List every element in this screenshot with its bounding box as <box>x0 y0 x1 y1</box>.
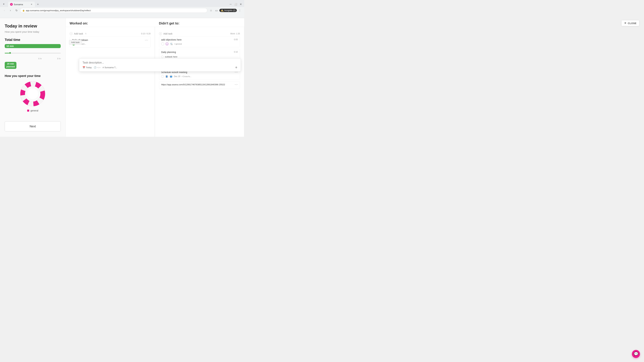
kickoff-date: Dec 20 <box>174 75 180 78</box>
worked-on-add-row[interactable]: + Add task A 0:10 / 0:20 <box>70 31 150 36</box>
task-channel-tag[interactable]: # Sunsama T... <box>103 66 117 69</box>
reload-btn[interactable]: ↻ <box>14 8 19 13</box>
objectives-card: add objectives here 0:05 🔍 general <box>159 36 240 47</box>
time-label-8hr: 8 hr <box>57 57 61 60</box>
clock-icon: 🕐 <box>94 66 96 69</box>
time-badge: 10 min <box>5 44 61 48</box>
subtask-1-check[interactable] <box>161 56 164 58</box>
sidebar-title: Today in review <box>5 23 61 29</box>
address-bar: ‹ › ↻ 🔒 app.sunsama.com/group/moodjoy_wo… <box>0 7 244 14</box>
didnt-get-to-header: Didn't get to: <box>159 21 240 25</box>
task-date-tag[interactable]: 📅 Today <box>82 66 92 69</box>
url-bar[interactable]: 🔒 app.sunsama.com/group/moodjoy_workspac… <box>20 8 207 13</box>
task-channel-label: Sunsama T... <box>104 66 117 69</box>
add-task-top-btn[interactable]: Add task <box>69 40 82 45</box>
time-bar-container <box>5 49 61 56</box>
incognito-badge: 🕵 Incognito (2) <box>219 9 237 12</box>
forward-btn[interactable]: › <box>8 8 13 13</box>
maximize-btn[interactable]: ⬜ <box>234 2 238 6</box>
daily-planning-title: Daily planning <box>161 51 234 53</box>
tab-bar: ▾ S Sunsama ✕ + ─ ⬜ ✕ <box>0 0 244 7</box>
minimize-btn[interactable]: ─ <box>228 2 233 6</box>
legend-label: general <box>30 109 38 112</box>
add-task-inline-label: Add task <box>74 32 83 35</box>
kickoff-group[interactable]: 👥 <box>170 75 172 78</box>
donut-legend: general <box>27 109 38 112</box>
planned-badge-line2: planned <box>6 65 15 68</box>
incognito-label: Incognito (2) <box>224 9 236 11</box>
time-bar-fill <box>5 53 9 53</box>
add-task-top-area: Add task <box>69 40 82 45</box>
next-button[interactable]: Next <box>5 121 61 131</box>
tab-title: Sunsama <box>14 3 23 6</box>
add-task-inline-label-2: Add task <box>163 32 172 35</box>
daily-shutdown-time: --:-- <box>145 39 148 41</box>
didnt-get-to-add-row[interactable]: + Add task Work: 1:35 <box>159 31 240 36</box>
tab-favicon: S <box>10 3 13 6</box>
asana-link-time: --:-- <box>234 83 238 86</box>
daily-planning-header: Daily planning 0:10 <box>161 51 238 53</box>
task-input-popup: 📅 Today 🕐 --:-- # Sunsama T... ⚙ <box>79 58 241 71</box>
task-date-label: Today <box>86 66 92 69</box>
close-window-btn[interactable]: ✕ <box>238 2 243 6</box>
new-tab-btn[interactable]: + <box>36 2 40 7</box>
calendar-icon: 📅 <box>82 66 85 69</box>
daily-shutdown-header: Daily shutdown --:-- <box>72 39 148 41</box>
task-time-tag[interactable]: 🕐 --:-- <box>94 66 100 69</box>
objectives-check[interactable] <box>161 42 164 45</box>
back-btn[interactable]: ‹ <box>2 8 7 13</box>
add-didnt-get-to-plus-icon: + <box>159 32 162 35</box>
subtask-1: subtask here <box>161 55 238 59</box>
task-time-label: --:-- <box>97 66 100 69</box>
daily-planning-time: 0:10 <box>234 51 238 53</box>
legend-dot <box>27 110 29 112</box>
main-content: Today in review How you spent your time … <box>0 18 244 137</box>
worked-on-time: 0:10 / 0:20 <box>141 32 150 35</box>
objectives-footer: 🔍 general <box>161 42 238 45</box>
task-input-footer: 📅 Today 🕐 --:-- # Sunsama T... ⚙ <box>82 66 237 69</box>
window-menu-btn[interactable]: ▾ <box>1 2 6 6</box>
hash-icon: # <box>103 66 104 69</box>
daily-shutdown-title: Daily shutdown <box>72 39 145 41</box>
asana-link-title: https://app.asana.com/0/1206174676385119… <box>161 83 234 86</box>
time-labels: 6 hr 8 hr <box>5 57 61 60</box>
objectives-tag: general <box>174 43 182 45</box>
time-bar <box>5 53 61 53</box>
asana-link-header: https://app.asana.com/0/1206174676385119… <box>161 83 238 86</box>
active-tab[interactable]: S Sunsama ✕ <box>8 2 35 7</box>
settings-icon: ⚙ <box>235 66 237 69</box>
task-settings-tag[interactable]: ⚙ <box>235 66 237 69</box>
worked-on-header: Worked on: <box>70 21 151 25</box>
work-time-indicator: Work: 1:35 <box>230 32 240 35</box>
url-text: app.sunsama.com/group/moodjoy_workspace/… <box>26 9 91 12</box>
objectives-target[interactable] <box>166 42 168 45</box>
objectives-card-header: add objectives here 0:05 <box>161 38 238 41</box>
kickoff-person[interactable]: 👤 <box>165 75 168 78</box>
toolbar-icons: ☆ ▭ 🕵 Incognito (2) ⋮ <box>209 8 242 13</box>
columns-header: Worked on: Didn't get to: <box>66 18 244 27</box>
content-area: Add task Worked on: Didn't get to: + Add… <box>66 18 244 137</box>
browser-chrome: ▾ S Sunsama ✕ + ─ ⬜ ✕ ‹ › ↻ 🔒 app.sunsam… <box>0 0 244 18</box>
kickoff-footer: 👤 👥 Dec 20 Cross-fu... <box>161 75 238 78</box>
add-task-shortcut: A <box>85 32 86 35</box>
kickoff-check[interactable] <box>161 75 164 78</box>
svg-point-2 <box>27 88 38 99</box>
add-worked-on-plus-icon: + <box>70 32 72 35</box>
objectives-search-icon[interactable]: 🔍 <box>170 42 173 45</box>
worked-on-header-area: Worked on: <box>66 21 155 27</box>
sidebar: Today in review How you spent your time … <box>0 18 66 137</box>
time-label-6hr: 6 hr <box>38 57 42 60</box>
daily-shutdown-footer: Sunsam... <box>72 42 148 45</box>
bookmark-icon[interactable]: ☆ <box>209 8 213 13</box>
didnt-get-to-column: + Add task Work: 1:35 add objectives her… <box>155 27 244 137</box>
columns-container: + Add task A 0:10 / 0:20 Daily shutdown … <box>66 27 244 137</box>
task-description-input[interactable] <box>82 61 237 64</box>
tab-close-btn[interactable]: ✕ <box>30 3 33 6</box>
total-time-label: Total time <box>5 38 61 42</box>
how-spent-label: How you spent your time <box>5 74 61 78</box>
donut-container: general <box>5 80 61 112</box>
extensions-icon[interactable]: ⋮ <box>238 8 242 13</box>
sidebar-toggle-icon[interactable]: ▭ <box>214 8 219 13</box>
lock-icon: 🔒 <box>22 9 25 11</box>
objectives-title: add objectives here <box>161 38 234 41</box>
